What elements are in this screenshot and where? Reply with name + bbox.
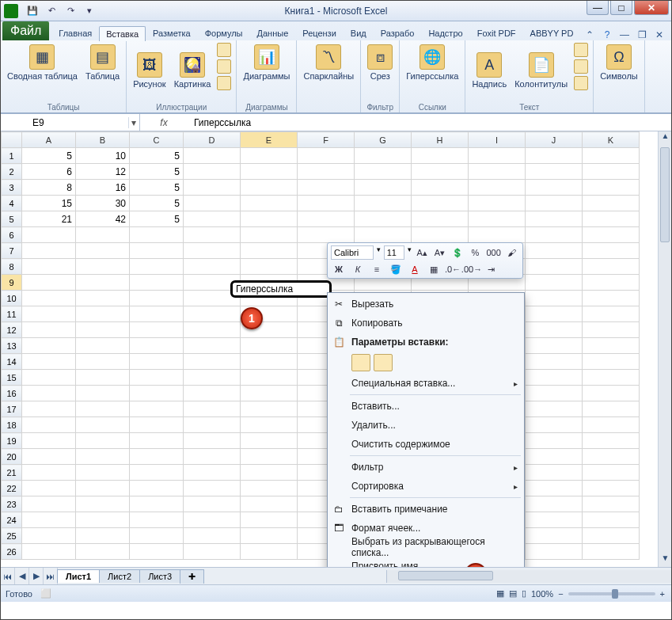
active-cell[interactable]: Гиперссылка [230,280,332,298]
textbox-button[interactable]: AНадпись [470,51,508,90]
cell-J5[interactable] [526,211,583,227]
cell-K22[interactable] [583,481,640,496]
ctx-define-name[interactable]: Присвоить имя... [328,557,524,567]
zoom-slider[interactable] [568,592,655,595]
cell-K10[interactable] [583,291,640,306]
cell-D20[interactable] [184,449,241,465]
sheet-tab-1[interactable]: Лист1 [57,569,100,583]
context-menu[interactable]: ✂Вырезать ⧉Копировать 📋Параметры вставки… [327,292,525,567]
sheet-nav-prev-icon[interactable]: ◀ [15,568,29,584]
cell-A4[interactable]: 15 [22,196,76,211]
sheet-tab-3[interactable]: Лист3 [139,569,180,583]
cell-D11[interactable] [184,306,241,322]
tab-addins[interactable]: Надстро [421,25,469,40]
cell-J25[interactable] [526,528,583,544]
col-header-A[interactable]: A [22,132,76,148]
grow-font-icon[interactable]: A▴ [415,245,429,260]
cell-G5[interactable] [355,211,412,227]
cell-J13[interactable] [526,338,583,354]
headerfooter-button[interactable]: 📄Колонтитулы [513,51,569,90]
cell-F5[interactable] [298,211,355,227]
name-box[interactable]: E9 ▾ [1,114,140,131]
cell-J19[interactable] [526,433,583,449]
slicer-button[interactable]: ⧈Срез [366,43,394,82]
symbols-button[interactable]: ΩСимволы [598,43,640,82]
cell-J14[interactable] [526,354,583,370]
cell-B10[interactable] [76,291,130,306]
cell-B1[interactable]: 10 [76,148,130,164]
cell-E26[interactable] [241,544,298,560]
cell-A17[interactable] [22,401,76,417]
cell-H4[interactable] [412,196,469,211]
cell-I5[interactable] [469,211,526,227]
row-header-1[interactable]: 1 [2,148,22,164]
format-painter-icon[interactable]: 🖌 [505,245,519,260]
sheet-nav-first-icon[interactable]: ⏮ [1,568,15,584]
cell-B14[interactable] [76,354,130,370]
cell-A18[interactable] [22,417,76,433]
cell-J20[interactable] [526,449,583,465]
cell-J26[interactable] [526,544,583,560]
row-header-5[interactable]: 5 [2,211,22,227]
col-header-G[interactable]: G [355,132,412,148]
font-combo[interactable]: Calibri [331,245,374,260]
col-header-E[interactable]: E [241,132,298,148]
tab-abbyy[interactable]: ABBYY PD [523,25,581,40]
cell-A15[interactable] [22,370,76,386]
cell-C18[interactable] [130,417,184,433]
cell-K4[interactable] [583,196,640,211]
ctx-picklist[interactable]: Выбрать из раскрывающегося списка... [328,538,524,557]
cell-J2[interactable] [526,164,583,180]
zoom-thumb[interactable] [612,589,618,599]
cell-A25[interactable] [22,528,76,544]
cell-E17[interactable] [241,401,298,417]
cell-E5[interactable] [241,211,298,227]
tab-foxit[interactable]: Foxit PDF [470,25,523,40]
picture-button[interactable]: 🖼Рисунок [131,51,168,90]
row-header-16[interactable]: 16 [2,386,22,401]
ctx-sort[interactable]: Сортировка [328,477,524,496]
col-header-C[interactable]: C [130,132,184,148]
row-header-3[interactable]: 3 [2,180,22,196]
bold-icon[interactable]: Ж [331,262,347,276]
cell-D4[interactable] [184,196,241,211]
row-header-4[interactable]: 4 [2,196,22,211]
cell-E3[interactable] [241,180,298,196]
shrink-font-icon[interactable]: A▾ [432,245,446,260]
borders-icon[interactable]: ▦ [426,262,442,276]
row-header-22[interactable]: 22 [2,481,22,496]
doc-min-icon[interactable]: — [619,29,630,40]
macro-record-icon[interactable]: ⬜ [40,588,51,599]
cell-D26[interactable] [184,544,241,560]
new-sheet-button[interactable]: ✚ [180,569,204,584]
hyperlink-button[interactable]: 🌐Гиперссылка [404,43,460,82]
paste-option-1[interactable] [351,354,370,371]
cell-B12[interactable] [76,322,130,338]
cell-E23[interactable] [241,496,298,512]
cell-K12[interactable] [583,322,640,338]
cell-A8[interactable] [22,259,76,275]
cell-K9[interactable] [583,275,640,291]
col-header-F[interactable]: F [298,132,355,148]
cell-B2[interactable]: 12 [76,164,130,180]
col-header-B[interactable]: B [76,132,130,148]
cell-K11[interactable] [583,306,640,322]
row-header-25[interactable]: 25 [2,528,22,544]
cell-J11[interactable] [526,306,583,322]
cell-H1[interactable] [412,148,469,164]
cell-B25[interactable] [76,528,130,544]
cell-C1[interactable]: 5 [130,148,184,164]
cell-F3[interactable] [298,180,355,196]
formula-value[interactable]: Гиперссылка [188,117,251,128]
cell-C10[interactable] [130,291,184,306]
cell-K19[interactable] [583,433,640,449]
qat-customize-icon[interactable]: ▾ [82,4,97,18]
clipart-button[interactable]: 🎑Картинка [173,51,213,90]
ctx-paste-special[interactable]: Специальная вставка... [328,374,524,393]
cell-A3[interactable]: 8 [22,180,76,196]
cell-F6[interactable] [298,227,355,243]
undo-icon[interactable]: ↶ [44,4,59,18]
table-button[interactable]: ▤Таблица [84,43,121,82]
cell-B8[interactable] [76,259,130,275]
cell-J22[interactable] [526,481,583,496]
